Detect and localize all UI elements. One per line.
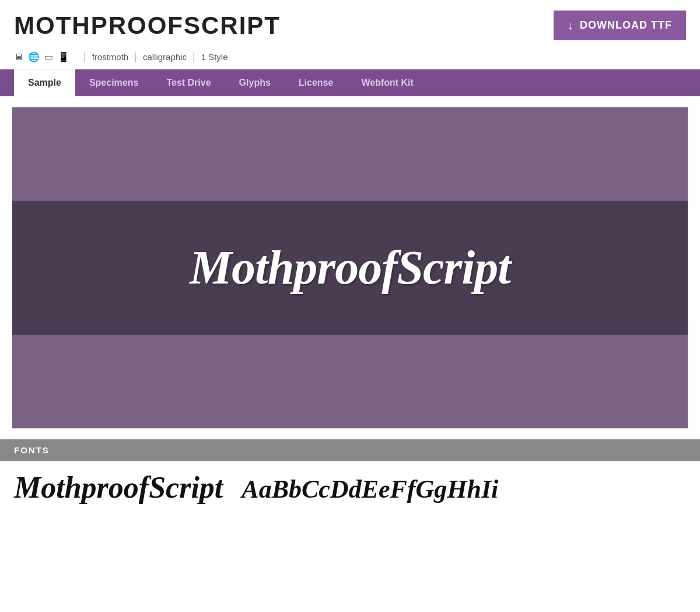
page-header: MOTHPROOFSCRIPT ↓ DOWNLOAD TTF [0,0,700,47]
tab-specimens[interactable]: Specimens [75,69,152,96]
styles-tag: 1 Style [201,52,228,62]
author-tag[interactable]: frostmoth [92,52,129,62]
download-arrow-icon: ↓ [568,19,574,32]
category-tag[interactable]: calligraphic [143,52,187,62]
tab-license[interactable]: License [285,69,348,96]
sample-middle-band: MothproofScript [12,201,688,335]
fonts-preview: MothproofScript AaBbCcDdEeFfGgHhIi [0,461,700,505]
fonts-section: FONTS MothproofScript AaBbCcDdEeFfGgHhIi [0,439,700,505]
tab-glyphs[interactable]: Glyphs [225,69,285,96]
fonts-preview-name: MothproofScript [14,470,223,505]
tablet-icon: ▭ [44,51,53,62]
tab-test-drive[interactable]: Test Drive [152,69,225,96]
device-icons: 🖥 🌐 ▭ 📱 [14,51,69,62]
sample-bottom-band [12,335,688,428]
tab-sample[interactable]: Sample [14,69,75,96]
mobile-icon: 📱 [58,51,69,62]
sample-display-text: MothproofScript [190,240,510,295]
font-title: MOTHPROOFSCRIPT [14,12,281,40]
tab-webfont-kit[interactable]: Webfont Kit [347,69,427,96]
download-button[interactable]: ↓ DOWNLOAD TTF [554,11,686,40]
download-button-label: DOWNLOAD TTF [580,19,672,32]
sample-top-band [12,107,688,201]
desktop-icon: 🖥 [14,52,23,62]
meta-bar: 🖥 🌐 ▭ 📱 | frostmoth | calligraphic | 1 S… [0,47,700,69]
meta-divider-2: | [134,51,137,63]
meta-divider-3: | [192,51,195,63]
sample-container: MothproofScript [12,107,688,429]
fonts-section-header: FONTS [0,439,700,461]
fonts-preview-alphabet: AaBbCcDdEeFfGgHhIi [242,474,498,504]
meta-divider-1: | [83,51,86,63]
nav-tabs: Sample Specimens Test Drive Glyphs Licen… [0,69,700,96]
web-icon: 🌐 [28,51,40,62]
